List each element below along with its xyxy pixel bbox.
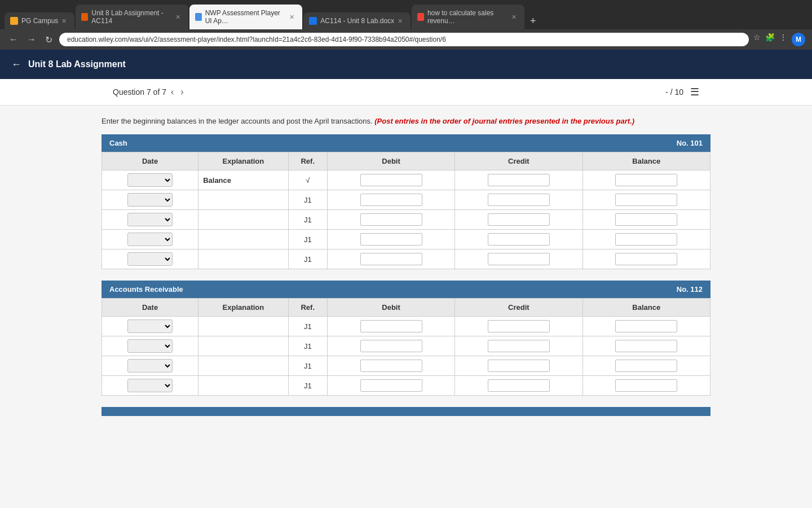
ar-row-3-date[interactable]: Apr — [102, 356, 198, 376]
tab-ac114-docx[interactable]: AC114 - Unit 8 Lab.docx ✕ — [303, 12, 411, 29]
star-icon[interactable]: ☆ — [753, 33, 761, 46]
ar-row-3-balance-input[interactable] — [615, 360, 677, 372]
cash-row-4-date-select[interactable]: Apr — [127, 233, 173, 246]
cash-row-1-debit[interactable] — [327, 170, 454, 190]
ar-row-2-credit[interactable] — [455, 336, 582, 356]
cash-row-3-debit[interactable] — [327, 210, 454, 230]
ar-row-2-explanation — [198, 336, 289, 356]
tab-add-button[interactable]: + — [526, 13, 541, 29]
ar-row-3-credit[interactable] — [455, 356, 582, 376]
cash-row-5-credit-input[interactable] — [488, 253, 550, 265]
ar-row-4-debit-input[interactable] — [360, 379, 422, 392]
cash-row-1-credit[interactable] — [455, 170, 582, 190]
refresh-button[interactable]: ↻ — [43, 33, 55, 46]
question-nav: Question 7 of 7 ‹ › — [113, 86, 186, 98]
ar-row-1-date-select[interactable]: Apr — [127, 319, 173, 333]
cash-row-4-balance-input[interactable] — [615, 233, 677, 246]
cash-row-4-date[interactable]: Apr — [102, 230, 198, 249]
tab-close-unit8[interactable]: ✕ — [175, 14, 180, 21]
cash-row-2-credit[interactable] — [455, 190, 582, 210]
cash-row-3-debit-input[interactable] — [360, 213, 422, 226]
cash-row-4-debit-input[interactable] — [360, 233, 422, 246]
cash-row-2-debit[interactable] — [327, 190, 454, 210]
cash-row-4-credit[interactable] — [455, 230, 582, 249]
ar-row-3-balance[interactable] — [582, 356, 710, 376]
cash-row-5-debit[interactable] — [327, 249, 454, 269]
cash-row-3-date[interactable]: Apr — [102, 210, 198, 230]
prev-question-button[interactable]: ‹ — [169, 86, 176, 98]
cash-row-2-balance-input[interactable] — [615, 194, 677, 206]
ar-row-4-debit[interactable] — [327, 376, 454, 396]
cash-row-4-balance[interactable] — [582, 230, 710, 249]
cash-row-2-balance[interactable] — [582, 190, 710, 210]
ar-row-4-balance[interactable] — [582, 376, 710, 396]
cash-row-5-balance[interactable] — [582, 249, 710, 269]
tab-close-ac114[interactable]: ✕ — [398, 17, 403, 25]
cash-number: No. 101 — [677, 139, 703, 147]
app-back-button[interactable]: ← — [11, 59, 21, 71]
cash-row-1-balance[interactable] — [582, 170, 710, 190]
ar-row-1-credit[interactable] — [455, 317, 582, 336]
ar-col-explanation: Explanation — [198, 299, 289, 317]
ar-row-2-debit-input[interactable] — [360, 340, 422, 352]
cash-row-2-debit-input[interactable] — [360, 194, 422, 206]
address-input[interactable] — [59, 33, 749, 46]
forward-button[interactable]: → — [25, 33, 38, 46]
extensions-icon[interactable]: 🧩 — [765, 33, 775, 46]
next-question-button[interactable]: › — [178, 86, 186, 98]
tab-close-nwp[interactable]: ✕ — [289, 14, 294, 21]
cash-row-5-balance-input[interactable] — [615, 253, 677, 265]
cash-row-2-date[interactable]: Apr — [102, 190, 198, 210]
ar-row-4-date[interactable]: Apr — [102, 376, 198, 396]
cash-row-3-credit[interactable] — [455, 210, 582, 230]
user-avatar[interactable]: M — [792, 33, 805, 46]
ar-row-3-date-select[interactable]: Apr — [127, 359, 173, 373]
cash-row-5-credit[interactable] — [455, 249, 582, 269]
cash-row-1-credit-input[interactable] — [488, 174, 550, 186]
main-content: Enter the beginning balances in the ledg… — [0, 106, 812, 508]
cash-row-2-date-select[interactable]: Apr — [127, 193, 173, 207]
list-icon[interactable]: ☰ — [690, 86, 699, 98]
ar-row-1-balance-input[interactable] — [615, 320, 677, 332]
ar-row-1-debit-input[interactable] — [360, 320, 422, 332]
ar-row-1-credit-input[interactable] — [488, 320, 550, 332]
back-button[interactable]: ← — [7, 33, 20, 46]
tab-close-pg-campus[interactable]: ✕ — [61, 17, 67, 25]
ar-row-3-debit[interactable] — [327, 356, 454, 376]
ar-row-3-debit-input[interactable] — [360, 360, 422, 372]
cash-row-1-date[interactable]: Apr — [102, 170, 198, 190]
ar-row-3-credit-input[interactable] — [488, 360, 550, 372]
ar-row-1-date[interactable]: Apr — [102, 317, 198, 336]
cash-row-4-credit-input[interactable] — [488, 233, 550, 246]
tab-pg-campus[interactable]: PG Campus ✕ — [5, 12, 74, 29]
ar-row-1-balance[interactable] — [582, 317, 710, 336]
cash-row-5-date[interactable]: Apr — [102, 249, 198, 269]
tab-close-google[interactable]: ✕ — [511, 14, 517, 21]
ar-row-2-debit[interactable] — [327, 336, 454, 356]
cash-row-5-date-select[interactable]: Apr — [127, 252, 173, 266]
ar-row-2-balance-input[interactable] — [615, 340, 677, 352]
cash-row-3-credit-input[interactable] — [488, 213, 550, 226]
cash-row-3-balance-input[interactable] — [615, 213, 677, 226]
cash-row-5-debit-input[interactable] — [360, 253, 422, 265]
ar-row-1-debit[interactable] — [327, 317, 454, 336]
ar-row-4-credit[interactable] — [455, 376, 582, 396]
ar-row-4-credit-input[interactable] — [488, 379, 550, 392]
cash-row-3-date-select[interactable]: Apr — [127, 213, 173, 226]
ar-row-2-date-select[interactable]: Apr — [127, 339, 173, 353]
ar-row-2-credit-input[interactable] — [488, 340, 550, 352]
cash-row-1-balance-input[interactable] — [615, 174, 677, 186]
tab-unit8-lab[interactable]: Unit 8 Lab Assignment - AC114 ✕ — [76, 5, 188, 29]
cash-row-4-debit[interactable] — [327, 230, 454, 249]
ar-row-4-balance-input[interactable] — [615, 379, 677, 392]
tab-nwp-active[interactable]: NWP Assessment Player UI Ap… ✕ — [189, 5, 302, 29]
cash-row-1-date-select[interactable]: Apr — [127, 173, 173, 187]
cash-row-2-credit-input[interactable] — [488, 194, 550, 206]
tab-google[interactable]: how to calculate sales revenu… ✕ — [412, 5, 524, 29]
cash-row-1-debit-input[interactable] — [360, 174, 422, 186]
ar-row-4-date-select[interactable]: Apr — [127, 379, 173, 392]
ar-row-2-balance[interactable] — [582, 336, 710, 356]
cash-row-3-balance[interactable] — [582, 210, 710, 230]
ar-row-2-date[interactable]: Apr — [102, 336, 198, 356]
menu-icon[interactable]: ⋮ — [779, 33, 787, 46]
